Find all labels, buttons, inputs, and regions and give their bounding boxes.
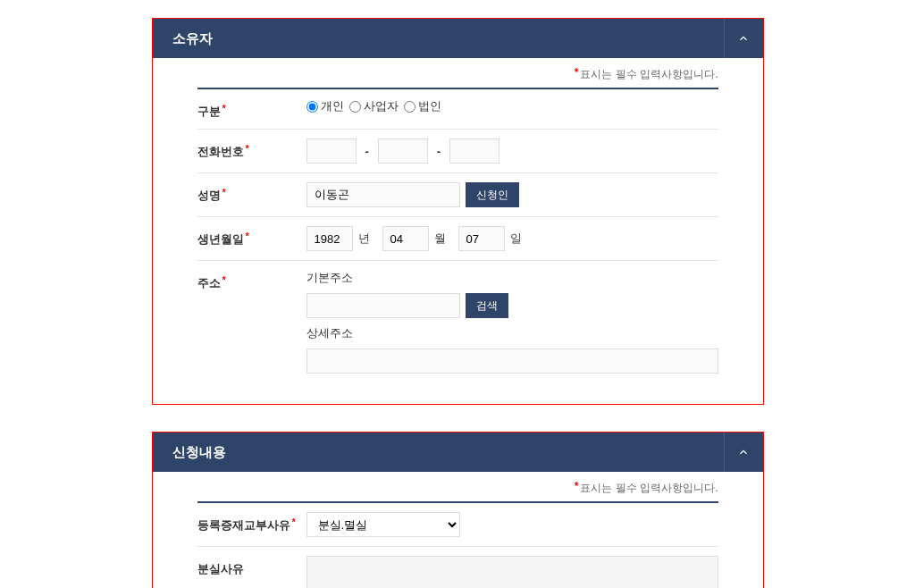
request-panel: 신청내용 *표시는 필수 입력사항입니다. 등록증재교부사유* 분실.멸실 [152, 432, 764, 588]
base-address-block: 기본주소 검색 [306, 270, 718, 318]
radio-corporation-input[interactable] [404, 101, 416, 113]
owner-collapse-toggle[interactable] [724, 19, 763, 58]
radio-business-input[interactable] [349, 101, 361, 113]
base-address-input[interactable] [306, 293, 460, 318]
required-asterisk-icon: * [575, 480, 579, 492]
owner-type-radio-group: 개인 사업자 법인 [306, 98, 718, 114]
address-search-button[interactable]: 검색 [466, 293, 508, 318]
required-asterisk-icon: * [222, 103, 226, 113]
label-address: 주소* [197, 270, 306, 291]
birth-day-input[interactable] [458, 226, 505, 251]
label-birth: 생년월일* [197, 226, 306, 248]
request-panel-title: 신청내용 [153, 444, 226, 461]
day-unit: 일 [510, 231, 522, 247]
chevron-up-icon [737, 32, 750, 45]
radio-individual[interactable]: 개인 [306, 98, 344, 114]
request-collapse-toggle[interactable] [724, 433, 763, 472]
request-form-body: 등록증재교부사유* 분실.멸실 분실사유 [153, 501, 763, 588]
phone-separator: - [433, 145, 444, 158]
phone-separator: - [362, 145, 373, 158]
phone-part2-input[interactable] [378, 139, 428, 164]
loss-reason-field [306, 556, 718, 588]
phone-part3-input[interactable] [449, 139, 499, 164]
birth-year-input[interactable] [306, 226, 353, 251]
owner-form-body: 구분* 개인 사업자 법인 [153, 88, 763, 404]
detail-address-input[interactable] [306, 349, 718, 374]
detail-address-label: 상세주소 [306, 325, 718, 341]
required-note: *표시는 필수 입력사항입니다. [153, 58, 763, 88]
birth-field: 년 월 일 [306, 226, 718, 251]
required-note: *표시는 필수 입력사항입니다. [153, 472, 763, 501]
owner-panel-title: 소유자 [153, 30, 213, 47]
row-owner-type: 구분* 개인 사업자 법인 [197, 89, 718, 130]
row-loss-reason: 분실사유 [197, 547, 718, 588]
loss-reason-textarea[interactable] [306, 556, 718, 588]
detail-address-block: 상세주소 [306, 325, 718, 374]
birth-month-input[interactable] [382, 226, 429, 251]
owner-panel: 소유자 *표시는 필수 입력사항입니다. 구분* 개인 [152, 18, 764, 405]
required-asterisk-icon: * [292, 517, 296, 527]
required-asterisk-icon: * [246, 231, 249, 241]
phone-field: - - [306, 139, 718, 164]
owner-panel-header: 소유자 [153, 19, 763, 58]
label-reissue-reason: 등록증재교부사유* [197, 512, 306, 533]
phone-part1-input[interactable] [306, 139, 357, 164]
row-reissue-reason: 등록증재교부사유* 분실.멸실 [197, 503, 718, 547]
reissue-reason-select[interactable]: 분실.멸실 [306, 512, 460, 537]
month-unit: 월 [434, 231, 446, 247]
base-address-label: 기본주소 [306, 270, 718, 286]
row-address: 주소* 기본주소 검색 상세주소 [197, 261, 718, 382]
required-asterisk-icon: * [222, 187, 226, 197]
label-loss-reason: 분실사유 [197, 556, 306, 577]
chevron-up-icon [737, 446, 750, 458]
applicant-button[interactable]: 신청인 [466, 182, 519, 207]
required-asterisk-icon: * [246, 143, 249, 154]
radio-business[interactable]: 사업자 [349, 98, 399, 114]
base-address-group: 검색 [306, 293, 718, 318]
row-name: 성명* 신청인 [197, 173, 718, 217]
row-birth: 생년월일* 년 월 일 [197, 217, 718, 261]
row-phone: 전화번호* - - [197, 130, 718, 173]
label-name: 성명* [197, 182, 306, 204]
name-field: 신청인 [306, 182, 718, 207]
required-asterisk-icon: * [575, 66, 579, 79]
name-input[interactable] [306, 182, 460, 207]
reissue-reason-field: 분실.멸실 [306, 512, 718, 537]
radio-corporation[interactable]: 법인 [404, 98, 441, 114]
request-panel-header: 신청내용 [153, 433, 763, 472]
radio-individual-input[interactable] [306, 101, 318, 113]
address-field: 기본주소 검색 상세주소 [306, 270, 718, 374]
label-phone: 전화번호* [197, 139, 306, 160]
year-unit: 년 [358, 231, 370, 247]
required-asterisk-icon: * [222, 274, 226, 285]
label-owner-type: 구분* [197, 98, 306, 120]
